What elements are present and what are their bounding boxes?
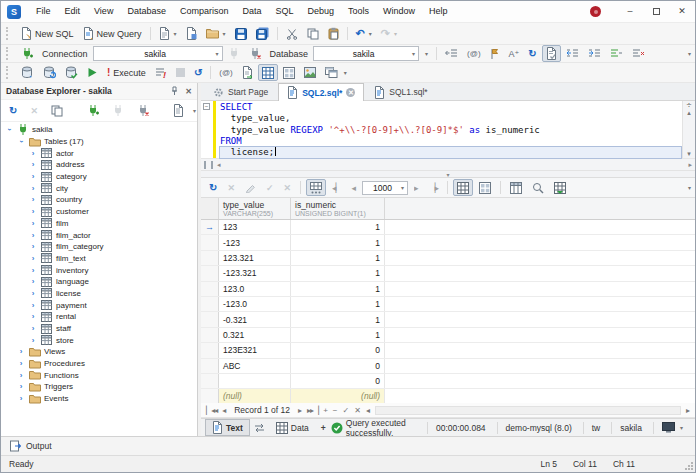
tree-item-country[interactable]: ›country <box>1 194 197 206</box>
first-page-button[interactable]: ◂▏ <box>328 179 345 196</box>
toolbar-overflow-icon[interactable]: ▾ <box>344 69 347 76</box>
code-area[interactable]: SELECT type_value, type_value REGEXP '^+… <box>220 102 681 158</box>
tab-start-page[interactable]: Start Page <box>204 83 277 100</box>
delete-record-icon[interactable]: − <box>333 406 338 415</box>
chevron-collapsed-icon[interactable]: › <box>29 254 37 263</box>
row-selector[interactable] <box>201 389 219 403</box>
chevron-collapsed-icon[interactable]: › <box>17 347 25 356</box>
tree-item-rental[interactable]: ›rental <box>1 311 197 323</box>
maximize-button[interactable] <box>643 1 669 22</box>
grid-scroll-left-icon[interactable]: ◂ <box>366 406 370 415</box>
parameters-button[interactable]: (@) <box>463 45 484 62</box>
tree-item-license[interactable]: ›license <box>1 288 197 300</box>
bookmark-button[interactable] <box>486 45 504 62</box>
stop-button[interactable] <box>172 64 189 81</box>
chevron-collapsed-icon[interactable]: › <box>29 266 37 275</box>
tab-text-view[interactable]: Text <box>205 419 250 436</box>
row-selector[interactable] <box>201 328 219 342</box>
toolbar-grip[interactable] <box>6 66 12 79</box>
chevron-collapsed-icon[interactable]: › <box>17 371 25 380</box>
row-selector[interactable] <box>201 359 219 373</box>
chevron-collapsed-icon[interactable]: › <box>29 195 37 204</box>
tree-item-payment[interactable]: ›payment <box>1 299 197 311</box>
current-row-indicator[interactable]: → <box>201 220 219 234</box>
cell-type-value[interactable] <box>219 374 291 388</box>
sql-editor[interactable]: − SELECT type_value, type_value REGEXP '… <box>201 101 695 159</box>
code-line-1[interactable]: SELECT <box>220 102 681 113</box>
last-page-button[interactable]: ▕▸ <box>425 179 442 196</box>
row-selector[interactable] <box>201 282 219 296</box>
first-record-icon[interactable]: ▏◂◂ <box>206 406 217 415</box>
cell-is-numeric[interactable]: 1 <box>291 328 385 342</box>
row-selector[interactable] <box>201 266 219 280</box>
execute-button[interactable]: !Execute <box>103 64 150 81</box>
chevron-collapsed-icon[interactable]: › <box>29 277 37 286</box>
chevron-expanded-icon[interactable]: › <box>17 138 26 146</box>
comment-button[interactable] <box>606 45 627 62</box>
chevron-collapsed-icon[interactable]: › <box>29 312 37 321</box>
minimize-button[interactable]: – <box>617 1 643 22</box>
row-selector[interactable] <box>201 374 219 388</box>
paste-button[interactable] <box>324 25 343 42</box>
connection-select[interactable]: sakila▾ <box>93 46 223 61</box>
table-row[interactable]: -123.3211 <box>201 266 695 281</box>
cell-is-numeric[interactable]: 1 <box>291 266 385 280</box>
cell-type-value[interactable]: -123.321 <box>219 266 291 280</box>
new-connection-button[interactable] <box>17 45 37 62</box>
menu-file[interactable]: File <box>29 1 58 22</box>
export-results-button[interactable] <box>238 64 257 81</box>
tree-item-language[interactable]: ›language <box>1 276 197 288</box>
cell-is-numeric[interactable]: 1 <box>291 235 385 249</box>
fold-toggle-icon[interactable]: − <box>203 103 210 110</box>
chevron-collapsed-icon[interactable]: › <box>29 207 37 216</box>
chevron-collapsed-icon[interactable]: › <box>29 301 37 310</box>
tab-data-view[interactable]: Data <box>269 420 316 436</box>
notification-badge-icon[interactable] <box>590 6 601 17</box>
tree-item-category[interactable]: ›category <box>1 171 197 183</box>
results-collapse-handle[interactable]: ▾ <box>201 171 695 178</box>
new-document-button[interactable]: ▾ <box>155 25 181 42</box>
table-row[interactable]: -1231 <box>201 235 695 250</box>
tree-item-procedures[interactable]: ›Procedures <box>1 358 197 370</box>
cell-type-value[interactable]: -123.0 <box>219 297 291 311</box>
database-list-button[interactable]: ▾ <box>420 45 432 62</box>
menu-view[interactable]: View <box>87 1 120 22</box>
goto-bookmark-button[interactable] <box>441 45 462 62</box>
window-layout-button[interactable] <box>321 64 342 81</box>
table-row[interactable]: 123.3211 <box>201 251 695 266</box>
cell-type-value[interactable]: 123.0 <box>219 282 291 296</box>
cell-is-numeric[interactable]: 1 <box>291 282 385 296</box>
new-object-button[interactable] <box>182 25 201 42</box>
cancel-edit-icon[interactable]: ✕ <box>354 406 361 415</box>
table-row[interactable]: 123.01 <box>201 282 695 297</box>
find-button[interactable] <box>528 179 548 196</box>
font-increase-button[interactable]: A⁺ <box>505 45 524 62</box>
redo-button[interactable]: ↷▾ <box>377 25 401 42</box>
column-header-type-value[interactable]: type_value VARCHAR(255) <box>219 198 291 219</box>
chevron-collapsed-icon[interactable]: › <box>17 359 25 368</box>
tree-item-views[interactable]: ›Views <box>1 346 197 358</box>
explorer-refresh-button[interactable]: ↻ <box>5 102 21 119</box>
table-row[interactable]: 0 <box>201 374 695 389</box>
grid-corner-cell[interactable] <box>201 198 219 219</box>
chevron-collapsed-icon[interactable]: › <box>29 172 37 181</box>
chevron-collapsed-icon[interactable]: › <box>17 394 25 403</box>
output-panel-tab[interactable]: Output <box>1 436 695 455</box>
tree-item-film[interactable]: ›film <box>1 218 197 230</box>
chevron-collapsed-icon[interactable]: › <box>29 242 37 251</box>
database-select[interactable]: sakila▾ <box>313 46 419 61</box>
swap-views-icon[interactable] <box>253 423 266 433</box>
copy-button[interactable] <box>303 25 323 42</box>
menu-database[interactable]: Database <box>120 1 173 22</box>
tree-item-film-actor[interactable]: ›film_actor <box>1 229 197 241</box>
tab-sql1-sql[interactable]: SQL1.sql* <box>365 83 436 100</box>
outdent-button[interactable] <box>562 45 583 62</box>
grid-edit-button[interactable] <box>241 179 260 196</box>
explorer-close-icon[interactable]: ✕ <box>185 87 192 96</box>
uncomment-button[interactable] <box>628 45 649 62</box>
close-button[interactable]: ✕ <box>669 1 695 22</box>
menu-edit[interactable]: Edit <box>58 1 88 22</box>
cell-is-numeric[interactable]: 0 <box>291 374 385 388</box>
grid-apply-button[interactable]: ✓ <box>262 179 278 196</box>
execute-script-button[interactable]: ! <box>151 64 171 81</box>
